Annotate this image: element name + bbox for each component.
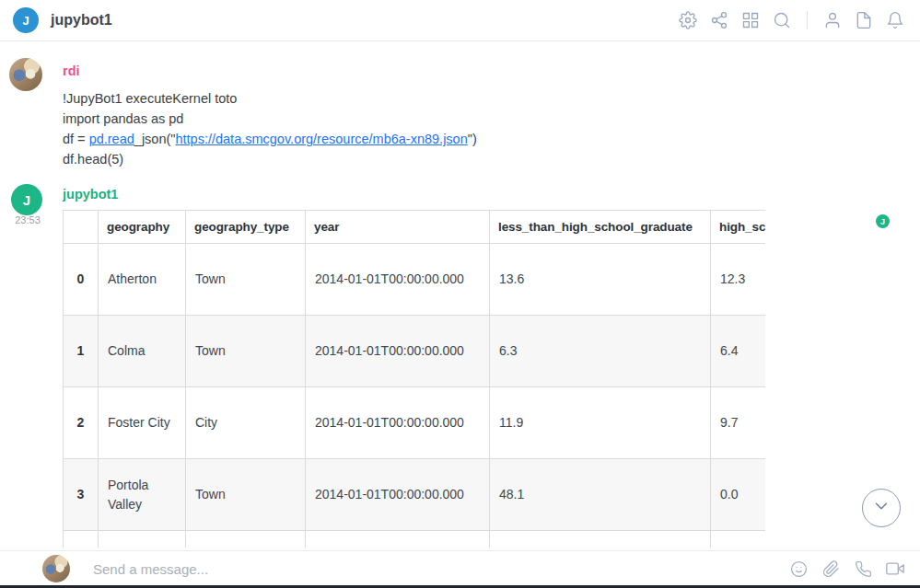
column-header: high_school_graduate <box>711 211 766 244</box>
table-cell: Portola Valley <box>99 459 186 531</box>
table-cell <box>64 531 99 548</box>
attach-button[interactable] <box>819 557 843 581</box>
code-text: ") <box>468 132 477 146</box>
call-button[interactable] <box>851 557 875 581</box>
message-line: import pandas as pd <box>63 109 477 129</box>
code-text: df = <box>63 132 89 146</box>
settings-button[interactable] <box>676 8 700 32</box>
table-cell: 6.4 <box>711 316 766 387</box>
bot-avatar[interactable]: J <box>11 184 42 215</box>
bell-icon <box>886 11 904 29</box>
table-cell: 0.0 <box>711 459 766 531</box>
table-cell: 2014-01-01T00:00:00.000 <box>306 244 490 316</box>
header-toolbar <box>676 8 907 32</box>
emoji-button[interactable] <box>786 557 810 581</box>
table-cell: Town <box>186 316 306 387</box>
table-cell: 9.7 <box>711 387 766 459</box>
table-row: 2Foster CityCity2014-01-01T00:00:00.0001… <box>64 387 766 459</box>
channel-avatar: J <box>13 7 39 33</box>
channel-header: J jupybot1 <box>0 0 920 41</box>
table-cell: 0 <box>64 244 99 316</box>
message-input[interactable] <box>93 561 786 577</box>
current-user-avatar <box>42 555 70 582</box>
message-author[interactable]: rdi <box>63 63 80 78</box>
link-pd-read[interactable]: pd.read <box>89 132 134 146</box>
apps-button[interactable] <box>739 8 763 32</box>
toolbar-divider <box>807 11 808 29</box>
message-author[interactable]: jupybot1 <box>63 187 118 202</box>
share-icon <box>710 11 728 29</box>
column-header: geography_type <box>186 211 306 244</box>
table-cell: 2014-01-01T00:00:00.000 <box>306 387 490 459</box>
chevron-down-icon <box>871 496 891 520</box>
message-line: df = pd.read_json("https://data.smcgov.o… <box>63 129 477 149</box>
link-data-url[interactable]: https://data.smcgov.org/resource/mb6a-xn… <box>175 132 467 146</box>
table-row: 1ColmaTown2014-01-01T00:00:00.0006.36.4 <box>64 316 766 387</box>
column-header: geography <box>99 211 186 244</box>
search-icon <box>773 11 791 29</box>
table-cell: 12.3 <box>711 244 766 316</box>
table-cell: Town <box>186 459 306 531</box>
table-cell: 2 <box>64 387 99 459</box>
bot-avatar-letter: J <box>23 192 30 208</box>
phone-icon <box>855 560 872 578</box>
table-cell: Atherton <box>99 244 186 316</box>
notifications-button[interactable] <box>883 8 907 32</box>
table-cell: 48.1 <box>490 459 711 531</box>
column-header <box>64 211 99 244</box>
column-header: less_than_high_school_graduate <box>490 211 711 244</box>
message-body: !JupyBot1 executeKernel toto import pand… <box>63 88 477 169</box>
files-button[interactable] <box>852 8 876 32</box>
members-button[interactable] <box>821 8 844 32</box>
table-cell: 11.9 <box>490 387 711 459</box>
table-cell <box>490 531 711 548</box>
bot-read-badge: J <box>876 214 890 228</box>
table-cell: 2014-01-01T00:00:00.000 <box>306 459 490 531</box>
paperclip-icon <box>822 560 840 578</box>
person-icon <box>823 11 842 29</box>
dataframe-table-container: geographygeography_typeyearless_than_hig… <box>63 210 765 548</box>
user-avatar[interactable] <box>9 58 42 91</box>
dataframe-table: geographygeography_typeyearless_than_hig… <box>63 210 765 548</box>
column-header: year <box>306 211 490 244</box>
gear-icon <box>679 11 697 29</box>
table-cell <box>711 531 766 548</box>
composer-toolbar <box>786 557 907 581</box>
table-cell <box>99 531 186 548</box>
table-head-row: geographygeography_typeyearless_than_hig… <box>64 211 766 244</box>
search-button[interactable] <box>770 8 794 32</box>
table-cell: Colma <box>99 316 186 387</box>
message-line: df.head(5) <box>63 149 477 169</box>
table-cell: Town <box>186 244 306 316</box>
video-camera-icon <box>886 559 904 578</box>
table-cell: 2014-01-01T00:00:00.000 <box>306 316 490 387</box>
chat-window: J jupybot1 <box>0 0 920 588</box>
table-cell: City <box>186 387 306 459</box>
table-cell: 3 <box>64 459 99 531</box>
table-cell: 13.6 <box>490 244 711 316</box>
smiley-icon <box>790 560 808 578</box>
table-cell <box>306 531 490 548</box>
code-text: _json(" <box>134 132 176 146</box>
share-button[interactable] <box>707 8 731 32</box>
table-cell: 1 <box>64 316 99 387</box>
message-line: !JupyBot1 executeKernel toto <box>63 88 477 109</box>
table-cell: 6.3 <box>490 316 711 387</box>
table-row: 3Portola ValleyTown2014-01-01T00:00:00.0… <box>64 459 766 531</box>
grid-icon <box>741 11 760 29</box>
file-icon <box>855 11 873 29</box>
channel-avatar-letter: J <box>22 14 29 28</box>
table-row <box>64 531 766 548</box>
video-call-button[interactable] <box>883 557 907 581</box>
table-cell <box>186 531 306 548</box>
channel-title: jupybot1 <box>51 12 112 29</box>
message-timestamp: 23:53 <box>7 214 48 225</box>
table-cell: Foster City <box>99 387 186 459</box>
table-row: 0AthertonTown2014-01-01T00:00:00.00013.6… <box>64 244 766 316</box>
jump-to-latest-button[interactable] <box>862 489 901 527</box>
message-composer <box>0 550 920 586</box>
bot-read-badge-letter: J <box>880 217 885 226</box>
